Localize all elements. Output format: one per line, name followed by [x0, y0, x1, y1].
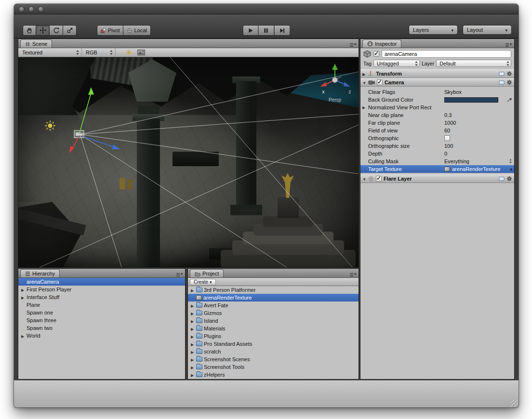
camera-component-header[interactable]: Camera [360, 78, 514, 87]
play-button[interactable] [242, 25, 258, 36]
foldout-icon[interactable] [190, 318, 195, 324]
project-item[interactable]: Screenshot Scenes [188, 355, 359, 363]
hand-tool-button[interactable] [23, 25, 36, 36]
orthographic-checkbox[interactable] [444, 135, 450, 141]
move-tool-button[interactable] [36, 25, 50, 36]
project-item[interactable]: Materials [188, 325, 359, 332]
local-button[interactable]: Local [123, 25, 150, 36]
window-titlebar[interactable] [14, 4, 519, 14]
help-book-icon[interactable] [499, 80, 505, 85]
close-window-icon[interactable] [19, 6, 25, 12]
hierarchy-item[interactable]: World [18, 332, 185, 340]
far-clip-field[interactable]: 1000 [444, 120, 511, 126]
layer-dropdown[interactable]: Default [436, 60, 511, 67]
create-button[interactable]: Create [190, 279, 216, 285]
help-book-icon[interactable] [499, 176, 505, 182]
folder-icon [196, 311, 202, 315]
color-mode-dropdown[interactable]: RGB [82, 48, 116, 57]
project-item[interactable]: Gizmos [188, 309, 359, 317]
clear-flags-dropdown[interactable]: Skybox [444, 89, 511, 95]
hierarchy-item[interactable]: Spawn two [18, 324, 185, 332]
hierarchy-item[interactable]: Spawn one [18, 309, 185, 316]
depth-field[interactable]: 0 [444, 151, 511, 157]
tab-inspector[interactable]: Inspector [362, 39, 401, 48]
inspector-panel: Inspector Tag Untagged Layer Default [360, 39, 515, 380]
project-tab-label: Project [202, 271, 219, 276]
foldout-icon[interactable] [190, 287, 195, 293]
gameobject-active-checkbox[interactable] [373, 51, 379, 57]
project-item[interactable]: scratch [188, 348, 359, 355]
object-picker-icon[interactable] [510, 166, 512, 172]
tag-dropdown[interactable]: Untagged [373, 60, 420, 67]
step-button[interactable] [274, 25, 290, 36]
scene-viewport[interactable]: x z Persp [18, 57, 359, 267]
gameobject-name-field[interactable] [382, 50, 511, 58]
pause-button[interactable] [258, 25, 274, 36]
project-item[interactable]: 3rd Person Platformer [188, 286, 359, 294]
layers-dropdown[interactable]: Layers [409, 25, 458, 35]
foldout-icon[interactable] [190, 341, 195, 347]
project-item[interactable]: Pro Standard Assets [188, 340, 359, 348]
near-clip-field[interactable]: 0.3 [444, 112, 511, 118]
scene-pillar-top [138, 105, 159, 115]
pivot-button[interactable]: Pivot [97, 25, 123, 36]
property-row-culling-mask: Culling Mask Everything [360, 157, 514, 165]
culling-mask-dropdown[interactable]: Everything [444, 158, 511, 164]
foldout-icon[interactable] [362, 79, 366, 85]
local-label: Local [134, 27, 146, 33]
property-row-orthographic-size: Orthographic size 100 [360, 142, 514, 150]
help-book-icon[interactable] [499, 71, 505, 77]
orthographic-size-field[interactable]: 100 [444, 143, 511, 149]
foldout-icon[interactable] [190, 364, 195, 370]
transform-component-header[interactable]: Transform [360, 69, 514, 78]
hierarchy-item[interactable]: Interface Stuff [18, 293, 185, 301]
foldout-icon[interactable] [190, 326, 195, 331]
foldout-icon[interactable] [190, 372, 195, 378]
color-swatch[interactable] [444, 97, 498, 103]
zoom-window-icon[interactable] [38, 6, 44, 12]
target-texture-object-field[interactable]: arenaRenderTexture [444, 166, 511, 172]
gear-icon[interactable] [506, 71, 512, 77]
foldout-icon[interactable] [20, 294, 25, 300]
field-of-view-field[interactable]: 60 [444, 128, 511, 133]
scene-lighting-toggle[interactable] [122, 48, 135, 57]
camera-enabled-checkbox[interactable] [377, 79, 383, 85]
draw-mode-dropdown[interactable]: Textured [18, 48, 82, 57]
scale-tool-button[interactable] [63, 25, 77, 36]
foldout-icon[interactable] [190, 310, 195, 316]
project-item[interactable]: zHelpers [188, 371, 359, 379]
foldout-icon[interactable] [20, 333, 25, 339]
flare-layer-enabled-checkbox[interactable] [376, 176, 382, 182]
hierarchy-item[interactable]: arenaCamera [18, 278, 185, 286]
property-row-target-texture[interactable]: Target Texture arenaRenderTexture [360, 165, 514, 173]
foldout-icon[interactable] [190, 302, 195, 308]
foldout-icon[interactable] [190, 349, 195, 354]
flare-layer-component-header[interactable]: Flare Layer [360, 174, 514, 183]
gear-icon[interactable] [506, 79, 512, 85]
foldout-icon[interactable] [190, 333, 195, 339]
foldout-icon[interactable] [362, 71, 365, 77]
layout-dropdown[interactable]: Layout [463, 25, 512, 35]
pause-icon [263, 27, 269, 34]
hierarchy-item[interactable]: Plane [18, 301, 185, 309]
project-item[interactable]: Avert Fate [188, 301, 359, 309]
foldout-icon[interactable] [190, 356, 195, 362]
minimize-window-icon[interactable] [28, 6, 34, 12]
project-item[interactable]: Plugins [188, 332, 359, 340]
project-item[interactable]: Island [188, 317, 359, 325]
gear-icon[interactable] [506, 176, 512, 182]
tab-hierarchy[interactable]: Hierarchy [20, 269, 60, 277]
hierarchy-item[interactable]: Spawn three [18, 316, 185, 324]
scene-overlay-toggle[interactable] [135, 48, 147, 57]
tab-scene[interactable]: Scene [20, 39, 52, 48]
project-item[interactable]: Screenshot Tools [188, 363, 359, 371]
tab-project[interactable]: Project [190, 269, 224, 277]
foldout-icon[interactable] [20, 287, 25, 292]
rotate-tool-button[interactable] [50, 25, 63, 36]
hierarchy-item[interactable]: First Person Player [18, 286, 185, 293]
resize-grip[interactable] [511, 400, 518, 406]
foldout-icon[interactable] [362, 104, 365, 110]
project-item[interactable]: arenaRenderTexture [188, 294, 359, 301]
eyedropper-icon[interactable] [506, 97, 512, 104]
foldout-icon[interactable] [362, 176, 366, 182]
